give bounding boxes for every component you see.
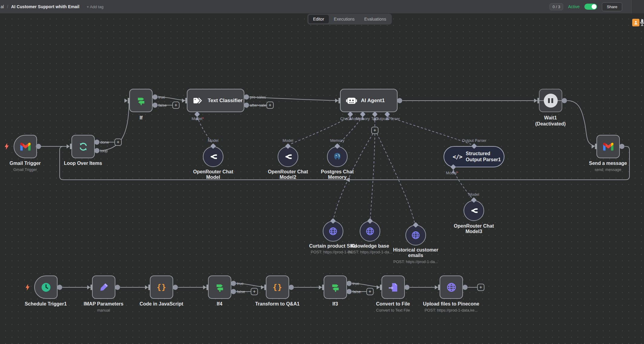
port-out-imap[interactable] [115, 285, 120, 290]
port-in-if4[interactable] [203, 285, 208, 290]
add-node-button[interactable]: + [266, 102, 274, 109]
breadcrumb-project[interactable]: al [1, 4, 4, 9]
microphone-button[interactable] [639, 19, 644, 28]
add-node-button[interactable]: + [251, 288, 258, 295]
workflow-title[interactable]: AI Customer Support whith Email [11, 4, 80, 9]
node-sublabel: POST: https://prod-1-data.ke... [424, 308, 478, 312]
node-label: Send a message [589, 161, 627, 166]
port-in-transform[interactable] [261, 285, 266, 290]
port-out-wait[interactable] [562, 98, 567, 103]
port-out-if3-true[interactable] [347, 281, 352, 286]
add-node-button[interactable]: + [114, 139, 122, 146]
node-title: Structured Output Parser1 [466, 151, 504, 163]
node-code-javascript[interactable]: {} [150, 276, 173, 299]
port-out-if4-true[interactable] [231, 281, 236, 286]
node-label: Transform to Q&A1 [255, 301, 300, 307]
node-postgres-chat-memory[interactable] [327, 146, 348, 167]
port-out-transform[interactable] [289, 285, 294, 290]
node-openrouter-chat-model2[interactable] [278, 146, 298, 167]
port-out-upload[interactable] [463, 285, 468, 290]
node-wait-deactivated[interactable] [539, 89, 562, 112]
port-label-true: true [158, 95, 165, 99]
port-label-true: true [352, 281, 359, 286]
node-title: AI Agent1 [361, 98, 385, 104]
add-tag-button[interactable]: + Add tag [87, 5, 103, 9]
node-openrouter-chat-model[interactable] [203, 146, 223, 167]
port-out-ai-agent[interactable] [397, 98, 402, 103]
connector-label-output-parser: Output Parser [375, 116, 400, 121]
port-out-schedule[interactable] [57, 285, 62, 290]
node-label: Gmail Trigger [9, 161, 41, 166]
connector-label-model: Model [468, 192, 479, 197]
tab-evaluations[interactable]: Evaluations [360, 15, 391, 23]
add-tool-button[interactable]: + [371, 127, 378, 134]
port-out-loop-loop[interactable] [94, 148, 100, 153]
add-node-button[interactable]: + [366, 288, 374, 295]
port-out-loop-done[interactable] [94, 140, 100, 145]
share-button[interactable]: Share [602, 2, 622, 11]
port-in-imap[interactable] [87, 285, 92, 290]
node-curtain-product-sku[interactable] [323, 221, 343, 242]
node-upload-pinecone[interactable] [440, 276, 463, 299]
if-icon [330, 282, 341, 292]
node-knowledge-base[interactable] [360, 221, 380, 242]
globe-icon [446, 282, 457, 293]
node-structured-output-parser[interactable]: </> Structured Output Parser1 [444, 146, 504, 167]
port-in-ai-agent[interactable] [335, 98, 340, 103]
port-in-loop[interactable] [67, 144, 71, 149]
edge-tool-historical[interactable] [377, 134, 414, 222]
port-in-if3[interactable] [319, 285, 324, 290]
node-schedule-trigger[interactable] [34, 276, 58, 299]
node-sublabel: send: message [595, 167, 621, 172]
port-out-gmail-trigger[interactable] [36, 144, 41, 149]
node-gmail-trigger[interactable] [14, 135, 37, 158]
connector-label-model: Model [208, 138, 218, 143]
node-transform-qa[interactable]: {} [266, 276, 289, 299]
node-if3[interactable] [324, 276, 347, 299]
node-text-classifier[interactable]: Text Classifier [187, 89, 244, 112]
node-loop-over-items[interactable] [71, 135, 95, 158]
topbar-actions: 0 / 3 Active Share [550, 0, 622, 13]
edge-tool-knowledge[interactable] [370, 134, 375, 219]
openrouter-icon [283, 152, 292, 161]
breadcrumb: al / AI Customer Support whith Email + A… [0, 0, 104, 13]
port-out-aftersales[interactable] [244, 103, 249, 108]
port-out-presales[interactable] [244, 95, 249, 100]
node-if4[interactable] [208, 276, 231, 299]
add-node-button[interactable]: + [172, 102, 180, 109]
port-out-code[interactable] [173, 285, 178, 290]
port-out-if3-false[interactable] [347, 289, 352, 294]
active-toggle[interactable] [584, 4, 597, 10]
evaluation-counter-badge: 0 / 3 [550, 3, 563, 10]
node-sublabel: POST: https://prod-1-da... [393, 259, 438, 264]
node-imap-parameters[interactable] [92, 276, 115, 299]
trigger-bolt-icon [4, 143, 9, 150]
port-in-convert[interactable] [377, 285, 381, 290]
port-out-send-message[interactable] [619, 144, 625, 149]
port-in-text-classifier[interactable] [182, 98, 187, 103]
port-out-if-false[interactable] [153, 103, 158, 108]
port-out-if-true[interactable] [153, 95, 158, 100]
tab-editor[interactable]: Editor [309, 15, 329, 23]
port-out-if4-false[interactable] [231, 289, 236, 294]
edge-agent-outputparser[interactable] [387, 116, 471, 144]
node-convert-to-file[interactable] [381, 276, 405, 299]
node-historical-customer-emails[interactable] [405, 225, 426, 245]
port-in-code[interactable] [145, 285, 150, 290]
trigger-bolt-icon [25, 284, 30, 291]
tab-executions[interactable]: Executions [329, 15, 359, 23]
port-in-send-message[interactable] [592, 144, 596, 149]
port-in-if[interactable] [124, 98, 129, 103]
edge-wait-send[interactable] [567, 101, 595, 146]
node-if[interactable] [129, 89, 153, 112]
port-out-convert[interactable] [405, 285, 410, 290]
port-label-false: false [158, 103, 167, 108]
capture-avatar-button[interactable] [632, 19, 639, 26]
node-openrouter-chat-model3[interactable] [464, 200, 484, 221]
port-in-wait[interactable] [534, 98, 539, 103]
microphone-icon [639, 19, 644, 26]
node-ai-agent[interactable]: AI Agent1 [340, 89, 398, 112]
node-send-message[interactable] [596, 135, 620, 158]
add-node-button[interactable]: + [477, 284, 484, 291]
port-in-upload[interactable] [435, 285, 440, 290]
